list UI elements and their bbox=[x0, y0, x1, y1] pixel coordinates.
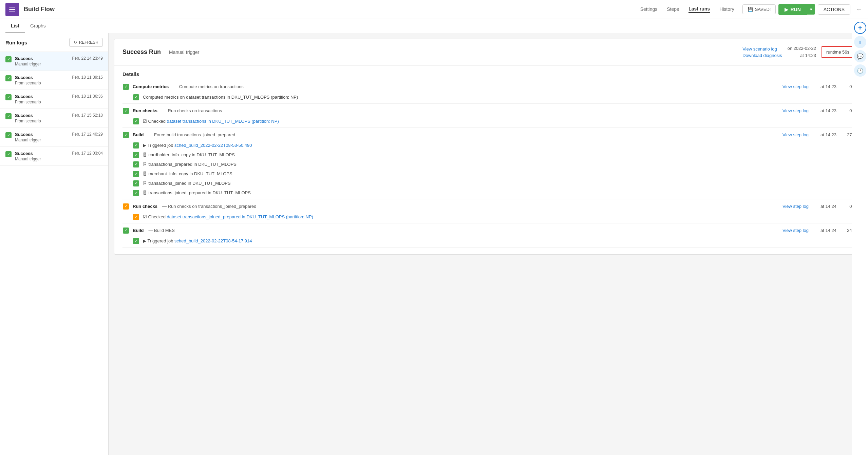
sub-item-icon: ✓ bbox=[133, 190, 139, 196]
nav-last-runs[interactable]: Last runs bbox=[688, 6, 710, 13]
sub-item-text: ▶ Triggered job sched_build_2022-02-22T0… bbox=[143, 238, 252, 243]
sub-item: ✓ 🗄 transactions_joined in DKU_TUT_MLOPS bbox=[122, 179, 854, 188]
run-list-item[interactable]: ✓ Success From scenario Feb. 18 11:39:15 bbox=[0, 71, 108, 90]
sub-item-link[interactable]: sched_build_2022-02-22T08-53-50.490 bbox=[174, 143, 252, 148]
right-panel: + i 💬 🕐 bbox=[852, 19, 868, 455]
steps-container: ✓ Compute metrics — Compute metrics on t… bbox=[122, 81, 854, 248]
top-actions: 💾 SAVED! ▶ RUN ▾ ACTIONS ← bbox=[742, 4, 863, 15]
add-icon[interactable]: + bbox=[854, 22, 866, 34]
sub-item-icon: ✓ bbox=[133, 118, 139, 125]
step-status-icon: ✓ bbox=[133, 142, 139, 149]
run-list-item[interactable]: ✓ Success Manual trigger Feb. 17 12:03:0… bbox=[0, 147, 108, 166]
download-link[interactable]: Download diagnosis bbox=[742, 53, 782, 58]
sub-item-icon: ✓ bbox=[133, 161, 139, 168]
run-item-trigger: From scenario bbox=[15, 81, 69, 85]
run-dropdown-button[interactable]: ▾ bbox=[807, 4, 815, 15]
step-row: ✓ Build — Force build transactions_joine… bbox=[122, 129, 854, 199]
sidebar: Run logs ↻ REFRESH ✓ Success Manual trig… bbox=[0, 33, 109, 455]
step-name: Compute metrics bbox=[133, 84, 169, 89]
step-status-icon: ✓ bbox=[123, 203, 129, 210]
sub-item: ✓ Computed metrics on dataset transactio… bbox=[122, 93, 854, 102]
step-time: at 14:23 bbox=[816, 84, 836, 89]
step-log-link[interactable]: View step log bbox=[782, 84, 809, 89]
run-list-item[interactable]: ✓ Success From scenario Feb. 18 11:36:36 bbox=[0, 90, 108, 109]
content-area: Success Run Manual trigger View scenario… bbox=[109, 33, 868, 455]
run-list-item[interactable]: ✓ Success Manual trigger Feb. 22 14:23:4… bbox=[0, 52, 108, 71]
run-item-trigger: From scenario bbox=[15, 119, 69, 123]
step-main: ✓ Build — Build MES View step log at 14:… bbox=[122, 225, 854, 236]
step-time: at 14:24 bbox=[816, 204, 836, 209]
sub-item-text: 🗄 transactions_prepared in DKU_TUT_MLOPS bbox=[143, 162, 237, 167]
sub-item-text: 🗄 transactions_joined in DKU_TUT_MLOPS bbox=[143, 181, 231, 186]
step-icon: ✓ bbox=[122, 107, 129, 114]
run-list-item[interactable]: ✓ Success Manual trigger Feb. 17 12:40:2… bbox=[0, 128, 108, 147]
saved-button[interactable]: 💾 SAVED! bbox=[742, 4, 776, 14]
runtime-col: runtime 56s bbox=[822, 46, 854, 58]
run-item-status: Success bbox=[15, 56, 69, 61]
run-check-icon: ✓ bbox=[5, 151, 12, 157]
sub-item-icon: ✓ bbox=[133, 152, 139, 158]
save-icon: 💾 bbox=[748, 7, 753, 12]
run-item-date: Feb. 17 15:52:18 bbox=[72, 113, 103, 118]
run-item-trigger: Manual trigger bbox=[15, 62, 69, 66]
sub-item-text: Computed metrics on dataset transactions… bbox=[143, 95, 298, 100]
sub-item: ✓ 🗄 cardholder_info_copy in DKU_TUT_MLOP… bbox=[122, 150, 854, 160]
step-status-icon: ✓ bbox=[123, 108, 129, 114]
sub-item-text: ▶ Triggered job sched_build_2022-02-22T0… bbox=[143, 143, 252, 148]
step-log-link[interactable]: View step log bbox=[782, 228, 809, 233]
sub-item-link[interactable]: sched_build_2022-02-22T08-54-17.914 bbox=[174, 238, 252, 243]
sub-item-text: ☑ Checked dataset transactions in DKU_TU… bbox=[143, 119, 279, 124]
sub-item-icon: ✓ bbox=[133, 214, 139, 220]
run-button[interactable]: ▶ RUN bbox=[778, 4, 807, 15]
run-item-status: Success bbox=[15, 151, 69, 156]
run-item-info: Success From scenario bbox=[15, 94, 69, 104]
refresh-icon: ↻ bbox=[74, 40, 77, 45]
view-log-link[interactable]: View scenario log bbox=[742, 46, 782, 52]
run-item-status: Success bbox=[15, 75, 69, 80]
step-log-link[interactable]: View step log bbox=[782, 108, 809, 113]
run-check-icon: ✓ bbox=[5, 94, 12, 100]
nav-history[interactable]: History bbox=[719, 6, 734, 13]
hamburger-button[interactable] bbox=[5, 3, 19, 16]
saved-label: SAVED! bbox=[755, 7, 771, 12]
step-desc: — Build MES bbox=[149, 228, 175, 233]
actions-button[interactable]: ACTIONS bbox=[818, 4, 850, 15]
nav-steps[interactable]: Steps bbox=[667, 6, 679, 13]
app-title: Build Flow bbox=[24, 6, 55, 13]
step-icon: ✓ bbox=[122, 132, 129, 138]
sub-item: ✓ ▶ Triggered job sched_build_2022-02-22… bbox=[122, 141, 854, 150]
step-desc: — Force build transactions_joined_prepar… bbox=[149, 132, 235, 137]
run-item-date: Feb. 18 11:39:15 bbox=[72, 75, 103, 80]
run-item-status: Success bbox=[15, 113, 69, 118]
run-check-icon: ✓ bbox=[5, 132, 12, 138]
chat-icon[interactable]: 💬 bbox=[854, 50, 866, 62]
step-desc: — Run checks on transactions_joined_prep… bbox=[162, 204, 257, 209]
sub-item: ✓ 🗄 transactions_prepared in DKU_TUT_MLO… bbox=[122, 160, 854, 169]
tab-list[interactable]: List bbox=[5, 19, 25, 33]
back-button[interactable]: ← bbox=[856, 5, 863, 13]
step-main: ✓ Run checks — Run checks on transaction… bbox=[122, 201, 854, 212]
step-main: ✓ Build — Force build transactions_joine… bbox=[122, 129, 854, 141]
run-status-label: Success Run bbox=[122, 48, 161, 56]
step-name: Build bbox=[133, 228, 144, 233]
step-log-link[interactable]: View step log bbox=[782, 204, 809, 209]
top-bar: Build Flow Settings Steps Last runs Hist… bbox=[0, 0, 868, 19]
sub-item: ✓ 🗄 transactions_joined_prepared in DKU_… bbox=[122, 188, 854, 198]
clock-icon[interactable]: 🕐 bbox=[854, 64, 866, 77]
run-list: ✓ Success Manual trigger Feb. 22 14:23:4… bbox=[0, 52, 108, 455]
run-check-icon: ✓ bbox=[5, 56, 12, 62]
nav-settings[interactable]: Settings bbox=[640, 6, 658, 13]
info-icon[interactable]: i bbox=[854, 36, 866, 48]
sub-item-icon: ✓ bbox=[133, 180, 139, 187]
tab-graphs[interactable]: Graphs bbox=[25, 19, 51, 33]
step-log-link[interactable]: View step log bbox=[782, 132, 809, 137]
sub-item-link[interactable]: dataset transactions_joined_prepared in … bbox=[167, 214, 313, 219]
step-status-icon: ✓ bbox=[133, 190, 139, 196]
refresh-button[interactable]: ↻ REFRESH bbox=[69, 38, 103, 47]
step-main: ✓ Compute metrics — Compute metrics on t… bbox=[122, 81, 854, 93]
sub-item-link[interactable]: dataset transactions in DKU_TUT_MLOPS (p… bbox=[167, 119, 279, 124]
run-list-item[interactable]: ✓ Success From scenario Feb. 17 15:52:18 bbox=[0, 109, 108, 128]
run-item-trigger: From scenario bbox=[15, 100, 69, 104]
sidebar-header: Run logs ↻ REFRESH bbox=[0, 33, 108, 52]
step-status-icon: ✓ bbox=[133, 171, 139, 177]
